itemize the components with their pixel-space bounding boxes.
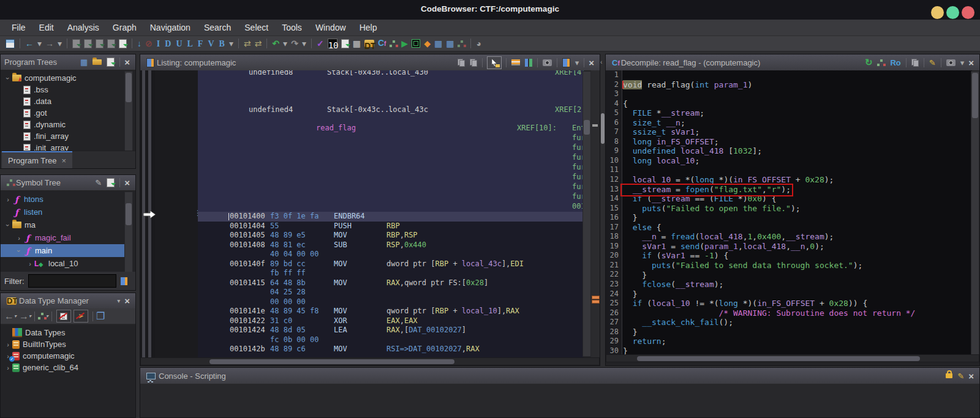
lock-icon[interactable] — [946, 373, 952, 378]
code-line-27[interactable]: __stack_chk_fail(); — [623, 318, 733, 327]
validate-icon[interactable]: ✓ — [317, 37, 324, 50]
display-dropdown-icon[interactable]: ▾ — [575, 58, 579, 67]
code-line-15[interactable]: puts("Failed to open the file."); — [623, 204, 801, 214]
menu-file[interactable]: File — [5, 23, 32, 32]
asm-row[interactable]: 0010141e48 89 45 f8MOVqword ptr [RBP + l… — [198, 307, 584, 316]
snapshot-icon[interactable] — [946, 59, 956, 66]
menu-search[interactable]: Search — [197, 23, 238, 32]
tree-item-generic_clib_64[interactable]: ›generic_clib_64 — [1, 362, 134, 373]
edit-fields-icon[interactable] — [511, 59, 520, 65]
chevron-open-icon[interactable]: › — [4, 221, 12, 230]
letter-button-f[interactable]: F — [198, 39, 203, 48]
tree-item-main[interactable]: ›ƒmain — [1, 244, 124, 257]
import-symbols-icon[interactable] — [107, 178, 115, 187]
window-minimize-button[interactable] — [931, 6, 944, 19]
import-tree-icon[interactable] — [107, 58, 115, 67]
data-type-manager-icon[interactable]: DT — [364, 40, 374, 47]
redo-dropdown-icon[interactable]: ▾ — [302, 37, 306, 50]
close-icon[interactable]: × — [124, 177, 130, 188]
letter-button-i[interactable]: I — [157, 39, 160, 48]
tree-item-computemagic[interactable]: ›✓computemagic — [1, 350, 134, 362]
code-line-29[interactable]: return; — [623, 337, 666, 346]
dtm-forward-icon[interactable]: → — [19, 311, 29, 322]
dtm-preview-icon[interactable]: ❐ — [96, 310, 105, 322]
splitter-handle[interactable] — [601, 113, 605, 144]
listing-hscrollbar[interactable] — [140, 357, 600, 365]
xref-row[interactable]: 001 — [198, 202, 584, 212]
code-line-20[interactable]: if (sVar1 == -1) { — [623, 251, 728, 261]
chevron-closed-icon[interactable]: › — [26, 260, 34, 267]
chevron-closed-icon[interactable]: › — [4, 341, 12, 348]
xref-row[interactable]: fur — [198, 192, 584, 202]
decompile-hscrollbar[interactable] — [606, 354, 979, 362]
undo-dropdown-icon[interactable]: ▾ — [283, 37, 287, 50]
edit-icon[interactable]: ✎ — [95, 178, 102, 187]
asm-row[interactable]: 0010140548 89 e5MOVRBP,RSP — [198, 231, 584, 241]
listing-display-icon[interactable] — [562, 58, 570, 67]
tree-item-.fini_array[interactable]: .fini_array — [1, 130, 124, 142]
letter-button-l[interactable]: L — [187, 39, 193, 48]
marker-bookmark-1[interactable] — [592, 296, 600, 299]
xref-row[interactable]: fur — [198, 153, 584, 163]
folder-icon[interactable] — [92, 59, 102, 65]
back-dropdown-icon[interactable]: ▾ — [37, 37, 42, 50]
code-line-17[interactable]: else { — [623, 223, 662, 233]
code-line-18[interactable]: __n = fread(local_418,1,0x400,__stream); — [623, 232, 834, 242]
filter-arrays-toggle[interactable] — [56, 310, 71, 323]
code-line-2[interactable]: void read_flag(int param_1) — [623, 80, 752, 90]
asm-row[interactable]: fc 0b 00 00 — [198, 335, 584, 345]
function-graph-icon[interactable] — [390, 40, 398, 48]
tree-item-DataTypes[interactable]: Data Types — [1, 327, 134, 338]
run-script-icon[interactable]: ▶ — [401, 37, 408, 50]
tab-program-tree[interactable]: Program Tree × — [2, 151, 72, 168]
undo-icon[interactable]: ↶ — [272, 37, 279, 50]
redo-icon[interactable]: ↷ — [291, 37, 298, 50]
code-line-6[interactable]: size_t __n; — [623, 118, 685, 128]
navigate-down-icon[interactable]: ↓ — [137, 37, 141, 50]
program-tree-scrollbar[interactable] — [124, 71, 133, 152]
import-binary-icon[interactable] — [119, 39, 127, 48]
scroll-lock-edit-icon[interactable]: ✎ — [957, 371, 964, 381]
forward-dropdown-icon[interactable]: ▾ — [58, 37, 62, 50]
menu-edit[interactable]: Edit — [32, 23, 61, 32]
xref-row[interactable]: fur — [198, 133, 584, 143]
field-row[interactable]: undefined4Stack[-0x43c...local_43cXREF[2… — [198, 105, 584, 115]
merge-icon[interactable]: ⇄ — [244, 37, 251, 50]
asm-row[interactable]: 40 04 00 00 — [198, 250, 584, 259]
menu-navigation[interactable]: Navigation — [143, 23, 197, 32]
snapshot-icon[interactable] — [543, 59, 552, 66]
tree-item-htons[interactable]: ›ƒhtons — [1, 193, 124, 206]
tree-item-listen[interactable]: ƒlisten — [1, 206, 124, 218]
copy-icon[interactable] — [911, 59, 919, 67]
menu-window[interactable]: Window — [309, 23, 353, 32]
code-line-16[interactable]: } — [623, 213, 637, 223]
open-file-icon[interactable] — [107, 39, 115, 48]
menu-tools[interactable]: Tools — [275, 23, 309, 32]
listing-content[interactable]: undefined8Stack[-0x430...local_430XREF[4… — [198, 70, 584, 357]
close-icon[interactable]: × — [124, 57, 130, 67]
program-trees-header[interactable]: Program Trees ▦ × — [1, 54, 135, 70]
tree-item-ma[interactable]: ›ma — [1, 218, 124, 231]
menu-graph[interactable]: Graph — [106, 23, 143, 32]
refresh-icon[interactable]: ↻ — [865, 57, 873, 68]
listing-vscrollbar[interactable] — [582, 71, 591, 357]
checkout-icon[interactable] — [341, 39, 349, 48]
tree-item-.dynamic[interactable]: .dynamic — [1, 119, 124, 130]
tree-item-.got[interactable]: .got — [1, 107, 124, 119]
asm-row[interactable]: 00101400f3 0f 1e faENDBR64 — [198, 212, 584, 222]
asm-row[interactable]: 0010142448 8d 05LEARAX,[DAT_00102027] — [198, 326, 584, 335]
tree-item-magic_fail[interactable]: ›ƒmagic_fail — [1, 231, 124, 244]
tree-item-BuiltInTypes[interactable]: ›BuiltInTypes — [1, 338, 134, 350]
chevron-closed-icon[interactable]: › — [15, 234, 23, 242]
dtm-header[interactable]: DT Data Type Manager ▾ × — [1, 293, 135, 309]
code-line-9[interactable]: undefined local_418 [1032]; — [623, 146, 762, 156]
graph-icon[interactable] — [877, 59, 885, 67]
close-icon[interactable]: × — [124, 296, 130, 306]
code-line-24[interactable]: } — [623, 289, 637, 299]
code-line-23[interactable]: fclose(__stream); — [623, 280, 723, 289]
letter-button-d[interactable]: D — [165, 39, 171, 48]
xref-row[interactable]: Ent — [198, 124, 584, 133]
edit-icon[interactable]: ✎ — [929, 58, 936, 67]
memory-map-icon[interactable] — [412, 39, 420, 48]
decompile-menu-icon[interactable]: ▾ — [960, 58, 965, 67]
